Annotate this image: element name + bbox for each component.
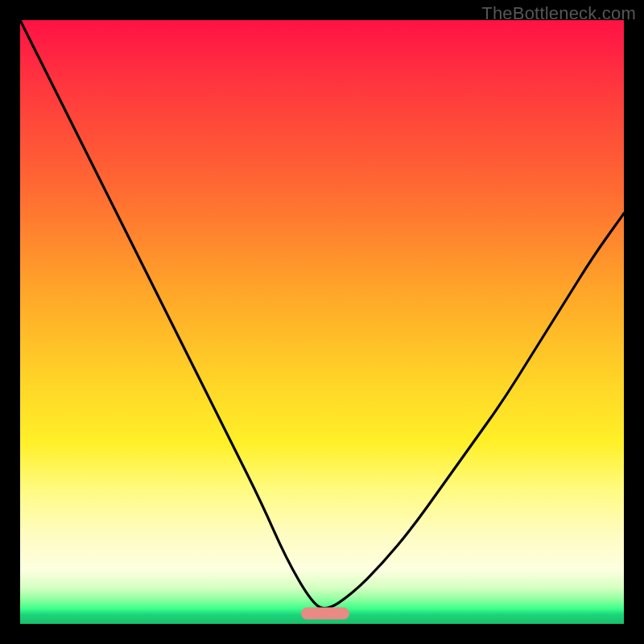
minimum-marker — [301, 608, 349, 620]
plot-area — [20, 20, 624, 624]
bottleneck-curve — [20, 20, 624, 624]
chart-frame: TheBottleneck.com — [0, 0, 644, 644]
